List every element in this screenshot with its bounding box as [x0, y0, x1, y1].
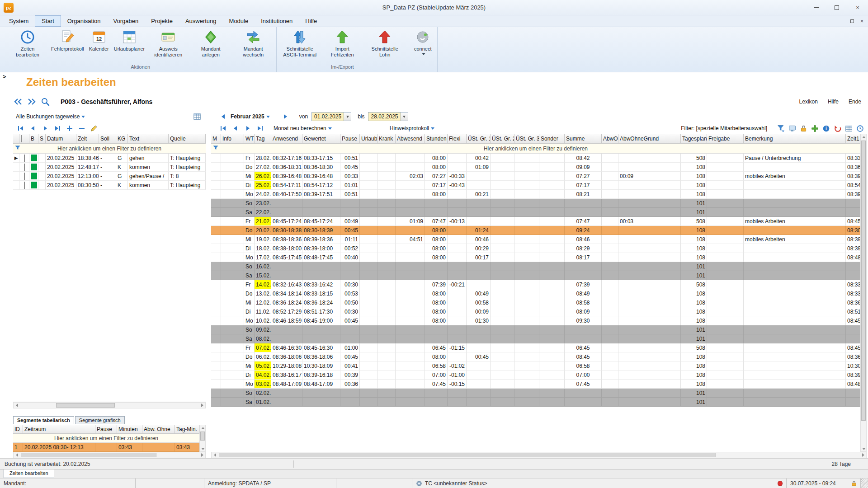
day-row-12.02.[interactable]: Mi12.02.08:36-18:2408:36-18:2400:5008:00…: [211, 298, 860, 307]
column-header-quelle[interactable]: Quelle: [169, 134, 206, 144]
recalc-month-button[interactable]: Monat neu berechnen: [274, 125, 332, 131]
column-header-datum[interactable]: Datum: [46, 134, 76, 144]
day-row-24.02.[interactable]: Mo24.02.08:40-17:5008:39-17:5100:5108:00…: [211, 190, 860, 199]
day-row-10.02.[interactable]: Mo10.02.08:46-18:5908:45-19:0000:4508:00…: [211, 316, 860, 325]
day-row-21.02.[interactable]: Fr21.02.08:45-17:2408:45-17:2400:4901:09…: [211, 217, 860, 226]
close-button[interactable]: ×: [847, 0, 868, 15]
edit-icon[interactable]: [90, 125, 98, 132]
column-header-b[interactable]: B: [29, 134, 38, 144]
day-row-18.02.[interactable]: Di18.02.08:38-18:0008:39-18:0000:5208:00…: [211, 244, 860, 253]
menu-institutionen[interactable]: Institutionen: [255, 15, 299, 27]
day-row-01.02.[interactable]: Sa01.02.101: [211, 398, 860, 407]
column-header-anwesend[interactable]: Anwesend: [271, 134, 302, 144]
chevron-down-icon[interactable]: [344, 113, 351, 121]
grid-icon[interactable]: [845, 125, 853, 132]
resize-grip[interactable]: [861, 479, 868, 488]
prev-record-icon[interactable]: [231, 125, 239, 132]
menu-vorgaben[interactable]: Vorgaben: [107, 15, 145, 27]
scroll-up-icon[interactable]: [861, 134, 867, 140]
day-row-04.02.[interactable]: Di04.02.08:38-16:1708:39-16:1800:3907:00…: [211, 371, 860, 380]
link-lexikon[interactable]: Lexikon: [799, 99, 818, 105]
column-header-summe[interactable]: Summe: [565, 134, 602, 144]
column-header-kg[interactable]: KG: [116, 134, 128, 144]
menu-projekte[interactable]: Projekte: [145, 15, 179, 27]
column-header-abw_ohne[interactable]: Abw. Ohne: [142, 425, 175, 434]
column-header-zeit1[interactable]: Zeit1: [846, 134, 860, 144]
scroll-down-icon[interactable]: [200, 446, 206, 451]
segment-filter-row[interactable]: Hier anklicken um einen Filter zu defini…: [13, 434, 199, 443]
scroll-right-icon[interactable]: [860, 452, 866, 458]
day-row-08.02.[interactable]: Sa08.02.101: [211, 334, 860, 343]
select-all-checkbox[interactable]: [21, 135, 22, 142]
chevron-down-icon[interactable]: [401, 113, 408, 121]
ribbon-button-import-fehlzeiten[interactable]: Import Fehlzeiten: [321, 28, 363, 58]
column-header-zeitraum[interactable]: Zeitraum: [23, 425, 95, 434]
link-ende[interactable]: Ende: [849, 99, 861, 105]
ribbon-button-zeiten-bearbeiten[interactable]: Zeiten bearbeiten: [6, 28, 49, 58]
month-vscrollbar[interactable]: [860, 134, 867, 452]
tab-zeiten-bearbeiten[interactable]: Zeiten bearbeiten: [4, 469, 54, 478]
column-header-pause[interactable]: Pause: [95, 425, 117, 434]
column-header-info[interactable]: Info: [221, 134, 244, 144]
ribbon-button-schnittstelle-lohn[interactable]: Schnittstelle Lohn: [363, 28, 406, 58]
day-row-27.02.[interactable]: Do27.02.08:36-18:3108:36-18:3000:4508:00…: [211, 163, 860, 172]
menu-module[interactable]: Module: [223, 15, 255, 27]
day-row-28.02.[interactable]: Fr28.02.08:32-17:1608:33-17:1500:5108:00…: [211, 154, 860, 163]
column-header-m[interactable]: M: [211, 134, 221, 144]
column-header-soll[interactable]: Soll: [99, 134, 116, 144]
last-record-icon[interactable]: [256, 125, 264, 132]
booking-row[interactable]: 20.02.202512:48:17-KkommenT: Haupteing: [13, 163, 206, 172]
column-header-tag[interactable]: Tag: [255, 134, 271, 144]
link-hilfe[interactable]: Hilfe: [828, 99, 839, 105]
day-row-09.02.[interactable]: So09.02.101: [211, 325, 860, 334]
day-row-05.02.[interactable]: Mi05.02.10:29-18:0810:30-18:0900:4106:58…: [211, 361, 860, 371]
prev-month-icon[interactable]: [219, 113, 227, 121]
ribbon-button-mandant-wechseln[interactable]: Mandant wechseln: [232, 28, 274, 58]
column-header-sonder[interactable]: Sonder: [539, 134, 565, 144]
minimize-button[interactable]: [806, 0, 826, 15]
ribbon-button-urlaubsplaner[interactable]: Urlaubsplaner: [112, 28, 147, 52]
search-icon[interactable]: [41, 97, 50, 106]
column-header-flexi[interactable]: Flexi: [448, 134, 467, 144]
scroll-right-icon[interactable]: [199, 452, 205, 458]
column-header-abwgrund[interactable]: AbwOhneGrund: [618, 134, 681, 144]
day-row-26.02.[interactable]: Mi26.02.08:39-16:4808:39-16:4800:3302:03…: [211, 172, 860, 181]
column-header-wt[interactable]: WT: [244, 134, 255, 144]
next-record-icon[interactable]: [244, 125, 251, 132]
segment-row[interactable]: 120.02.2025 08:30- 12:1303:4303:43: [13, 443, 199, 452]
undo-icon[interactable]: [834, 125, 841, 132]
column-header-tag_min[interactable]: Tag-Min.: [175, 425, 199, 434]
column-header-urlaub[interactable]: Urlaub: [360, 134, 377, 144]
column-header-bemerkung[interactable]: Bemerkung: [744, 134, 846, 144]
column-header-minuten[interactable]: Minuten: [117, 425, 142, 434]
segments-vscrollbar[interactable]: [199, 425, 206, 452]
next-month-icon[interactable]: [282, 113, 289, 121]
column-header-zeit[interactable]: Zeit: [76, 134, 99, 144]
day-row-03.02.[interactable]: Mo03.02.08:48-17:0908:48-17:0900:3607:45…: [211, 380, 860, 389]
maximize-button[interactable]: [826, 0, 847, 15]
scroll-left-icon[interactable]: [14, 403, 20, 408]
row-checkbox[interactable]: [24, 164, 25, 171]
first-record-icon[interactable]: [219, 125, 227, 132]
prev-employee-icon[interactable]: [14, 98, 23, 105]
month-hscrollbar[interactable]: [211, 452, 867, 458]
bookings-hscrollbar[interactable]: [13, 402, 206, 408]
day-row-11.02.[interactable]: Di11.02.08:52-17:2908:51-17:3000:3008:00…: [211, 307, 860, 316]
clock-small-icon[interactable]: [856, 125, 864, 132]
filter-icon[interactable]: [777, 125, 785, 132]
add-icon[interactable]: [66, 125, 73, 132]
add-green-icon[interactable]: [811, 125, 819, 132]
tab-segmente-grafisch[interactable]: Segmente grafisch: [75, 416, 125, 424]
day-row-17.02.[interactable]: Mo17.02.08:45-17:4508:48-17:4500:4008:00…: [211, 253, 860, 262]
day-row-07.02.[interactable]: Fr07.02.08:46-16:3008:45-16:3001:0006:45…: [211, 343, 860, 352]
hint-protocol-button[interactable]: Hinweisprotokoll: [390, 125, 434, 131]
row-checkbox[interactable]: [24, 182, 25, 189]
tab-segmente-tabellarisch[interactable]: Segmente tabellarisch: [13, 416, 74, 424]
column-header-freigabe[interactable]: Freigabe: [707, 134, 744, 144]
next-record-icon[interactable]: [41, 125, 49, 132]
booking-row[interactable]: 20.02.202512:13:00-Ggehen/Pause /T: 8: [13, 172, 206, 181]
booking-row[interactable]: ▶20.02.202518:38:46-GgehenT: Haupteing: [13, 154, 206, 163]
segments-hscrollbar[interactable]: [13, 452, 206, 458]
column-header-pause[interactable]: Pause: [340, 134, 360, 144]
column-header-gewertet[interactable]: Gewertet: [302, 134, 340, 144]
